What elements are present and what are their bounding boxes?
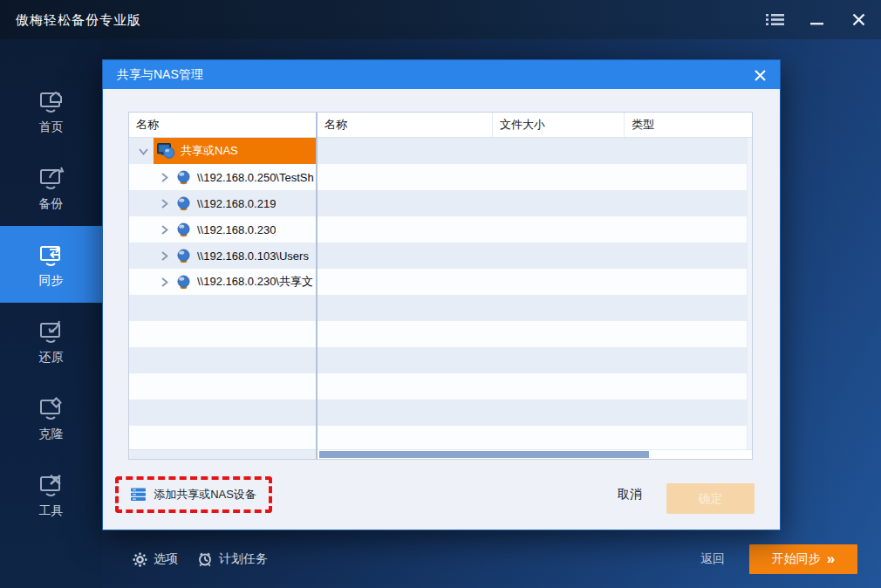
sidebar-item-label: 备份	[39, 196, 64, 212]
table-row	[318, 426, 752, 452]
table-row	[318, 295, 752, 321]
dialog-header: 共享与NAS管理	[103, 60, 780, 89]
table-row	[318, 138, 752, 164]
add-share-nas-button[interactable]: 添加共享或NAS设备	[154, 487, 256, 503]
chevron-right-icon[interactable]	[157, 275, 171, 289]
clock-icon	[197, 551, 213, 567]
table-row	[318, 269, 752, 295]
monitor-restore-icon	[35, 318, 68, 345]
monitor-home-icon	[35, 87, 68, 115]
globe-icon	[176, 249, 191, 263]
tree-row	[129, 373, 316, 400]
tree-row[interactable]: \\192.168.0.230	[129, 216, 316, 243]
chevron-down-icon[interactable]	[136, 144, 150, 158]
window-controls	[764, 0, 881, 39]
titlebar: 傲梅轻松备份专业版	[0, 0, 881, 40]
double-chevron-icon: »	[827, 551, 835, 566]
schedule-label: 计划任务	[219, 551, 268, 567]
app-window: 傲梅轻松备份专业版	[0, 0, 881, 588]
start-sync-label: 开始同步	[772, 551, 821, 567]
share-content-pane: 名称 文件大小 类型	[318, 113, 752, 459]
options-label: 选项	[154, 551, 178, 567]
schedule-button[interactable]: 计划任务	[197, 551, 268, 567]
tree-root-selected[interactable]: 共享或NAS	[154, 138, 316, 164]
tree-node-label: \\192.168.0.230\共享文	[197, 274, 313, 290]
table-row	[318, 400, 752, 426]
column-header-name[interactable]: 名称	[318, 113, 493, 137]
tree-node-label: \\192.168.0.219	[197, 197, 276, 210]
nas-server-icon	[131, 488, 147, 502]
tree-root-label: 共享或NAS	[181, 143, 238, 159]
footer-bar: 选项 计划任务 返回 开始同	[102, 530, 881, 588]
sidebar-item-clone[interactable]: 克隆	[0, 379, 102, 456]
tree-row[interactable]: \\192.168.0.250\TestSh	[129, 164, 316, 190]
tree-row[interactable]: 共享或NAS	[129, 138, 316, 164]
chevron-right-icon[interactable]	[157, 222, 171, 236]
tree-row	[129, 295, 316, 321]
back-button[interactable]: 返回	[700, 551, 725, 567]
options-button[interactable]: 选项	[133, 551, 178, 567]
sidebar-item-label: 同步	[39, 273, 64, 289]
chevron-right-icon[interactable]	[157, 196, 171, 210]
tree-horizontal-scrollbar[interactable]	[129, 449, 316, 459]
chevron-right-icon[interactable]	[157, 170, 171, 184]
sidebar-item-sync[interactable]: 同步	[0, 226, 102, 303]
column-header-filesize[interactable]: 文件大小	[493, 113, 625, 137]
tree-node-label: \\192.168.0.250\TestSh	[197, 171, 314, 184]
tree-column-header: 名称	[129, 113, 316, 138]
tree-row	[129, 426, 316, 452]
content-rows	[318, 138, 752, 452]
ok-button[interactable]: 确定	[666, 483, 755, 514]
table-row	[318, 216, 752, 243]
globe-icon	[176, 222, 191, 237]
scrollbar-thumb[interactable]	[319, 451, 649, 458]
menu-icon[interactable]	[764, 10, 785, 31]
sidebar-item-label: 工具	[39, 503, 64, 519]
close-icon[interactable]	[848, 10, 869, 31]
tree-row[interactable]: \\192.168.0.103\Users	[129, 243, 316, 269]
dialog-panes: 名称 共享或NAS\\192.168.0.250\TestSh\\192.168…	[128, 112, 753, 460]
tree-row	[129, 321, 316, 347]
table-row	[318, 164, 752, 190]
table-row	[318, 321, 752, 347]
cancel-button[interactable]: 取消	[612, 486, 647, 503]
content-horizontal-scrollbar[interactable]	[318, 449, 752, 459]
globe-icon	[176, 196, 191, 211]
share-tree: 共享或NAS\\192.168.0.250\TestSh\\192.168.0.…	[129, 138, 316, 452]
start-sync-button[interactable]: 开始同步 »	[749, 544, 857, 574]
tree-row	[129, 400, 316, 426]
gear-icon	[133, 552, 147, 567]
share-tree-pane: 名称 共享或NAS\\192.168.0.250\TestSh\\192.168…	[129, 113, 318, 459]
sidebar-item-backup[interactable]: 备份	[0, 149, 102, 226]
chevron-right-icon[interactable]	[157, 249, 171, 263]
dialog-title: 共享与NAS管理	[117, 60, 203, 89]
tree-row[interactable]: \\192.168.0.219	[129, 190, 316, 216]
table-row	[318, 373, 752, 400]
tree-node-label: \\192.168.0.230	[197, 223, 276, 236]
monitor-clone-icon	[35, 394, 68, 422]
table-header-row: 名称 文件大小 类型	[318, 113, 752, 138]
sidebar-item-home[interactable]: 首页	[0, 72, 102, 149]
sidebar-item-restore[interactable]: 还原	[0, 303, 102, 379]
sidebar-item-label: 克隆	[39, 427, 64, 442]
computer-icon	[157, 143, 175, 160]
sidebar: 首页 备份 同步	[0, 39, 102, 588]
minimize-icon[interactable]	[806, 10, 827, 31]
app-title: 傲梅轻松备份专业版	[16, 0, 141, 39]
tree-row[interactable]: \\192.168.0.230\共享文	[129, 269, 316, 295]
share-nas-dialog: 共享与NAS管理 名称 共享或NAS\\192.168.0.250\TestSh…	[102, 59, 781, 530]
tree-node-label: \\192.168.0.103\Users	[197, 250, 309, 263]
sidebar-item-label: 还原	[39, 350, 64, 366]
monitor-tools-icon	[35, 471, 68, 499]
add-device-highlight-box: 添加共享或NAS设备	[115, 476, 272, 513]
column-header-type[interactable]: 类型	[625, 113, 752, 137]
sidebar-item-tools[interactable]: 工具	[0, 456, 102, 533]
monitor-backup-icon	[35, 164, 68, 192]
tree-row	[129, 347, 316, 373]
table-row	[318, 347, 752, 373]
main-area: 选项 计划任务 返回 开始同	[102, 39, 881, 588]
dialog-close-icon[interactable]	[752, 67, 768, 83]
monitor-sync-icon	[35, 241, 68, 269]
table-row	[318, 243, 752, 269]
vertical-scrollbar[interactable]	[747, 138, 752, 450]
